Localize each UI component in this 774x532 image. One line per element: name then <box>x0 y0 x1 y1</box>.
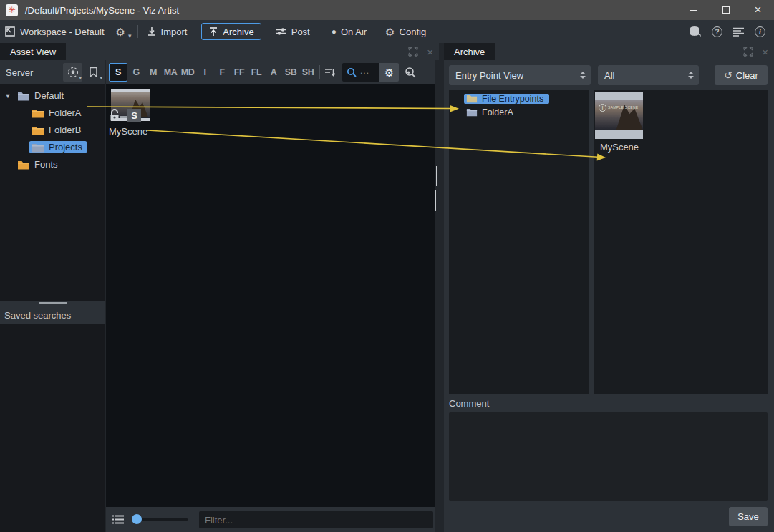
main-toolbar: Workspace - Default ⚙ ▾ Import Archive <box>0 20 774 43</box>
scene-logo-icon: I <box>599 104 606 112</box>
clear-undo-icon: ↺ <box>724 70 732 80</box>
expand-panel-icon[interactable] <box>743 47 753 57</box>
clear-button[interactable]: ↺ Clear <box>715 65 768 85</box>
type-filter-i[interactable]: I <box>196 67 213 77</box>
asset-grid[interactable]: S MyScene <box>106 84 435 507</box>
smart-view-button[interactable]: ▾ <box>63 63 82 82</box>
tree-item-default[interactable]: ▼ Default <box>3 87 64 104</box>
tree-item-projects-selected[interactable]: Projects <box>29 139 87 155</box>
scene-type-badge: S <box>127 109 141 122</box>
type-filter-md[interactable]: MD <box>179 67 196 77</box>
panel-splitter-handle[interactable] <box>435 190 436 211</box>
archive-asset-name-label: MyScene <box>594 142 645 153</box>
type-filter-s[interactable]: S <box>109 63 127 82</box>
post-label: Post <box>291 26 310 37</box>
post-button[interactable]: Post <box>269 20 317 43</box>
folder-icon <box>17 91 30 101</box>
type-filter-sb[interactable]: SB <box>282 67 299 77</box>
gear-icon: ⚙ <box>384 67 394 78</box>
info-icon: i <box>759 28 761 36</box>
maximize-icon <box>722 6 730 14</box>
slider-knob[interactable] <box>132 514 142 524</box>
log-lines-icon[interactable] <box>732 26 745 37</box>
config-button[interactable]: ⚙ Config <box>378 20 433 43</box>
type-filter-sh[interactable]: SH <box>299 67 316 77</box>
type-filter-select[interactable]: All <box>598 65 699 85</box>
key-icon <box>120 116 127 118</box>
star-refresh-icon <box>67 66 79 79</box>
type-filter-f[interactable]: F <box>213 67 231 77</box>
tree-item-folderb[interactable]: FolderB <box>32 122 82 138</box>
asset-type-toolbar: S G M MA MD I F FF FL A SB SH <box>106 60 435 84</box>
expand-panel-icon[interactable] <box>408 47 418 57</box>
type-filter-a[interactable]: A <box>265 67 282 77</box>
on-air-button[interactable]: ● On Air <box>324 20 374 43</box>
search-field[interactable]: ... <box>342 63 379 82</box>
bookmark-button[interactable]: ▾ <box>84 63 103 82</box>
tab-asset-view[interactable]: Asset View <box>0 43 66 60</box>
tree-item-fonts[interactable]: Fonts <box>17 156 58 173</box>
saved-searches-panel[interactable] <box>0 324 105 532</box>
tree-item-label: FolderA <box>49 107 82 118</box>
viz-artist-window: ✳ /Default/Projects/MyScene - Viz Artist… <box>0 0 774 532</box>
type-filter-value: All <box>604 70 682 81</box>
asset-name-label: MyScene <box>109 126 147 137</box>
comment-textarea[interactable] <box>449 412 768 501</box>
close-icon: × <box>755 3 762 17</box>
view-mode-value: Entry Point View <box>455 70 574 81</box>
app-logo-icon: ✳ <box>6 4 18 16</box>
sort-order-icon[interactable] <box>324 67 337 77</box>
import-icon <box>147 26 157 37</box>
title-bar: ✳ /Default/Projects/MyScene - Viz Artist… <box>0 0 774 20</box>
search-icon <box>347 67 357 78</box>
archive-panel: Archive × Entry Point View All <box>444 43 774 532</box>
close-button[interactable]: × <box>742 0 774 20</box>
clear-label: Clear <box>736 70 758 81</box>
database-icon[interactable] <box>689 26 702 37</box>
folder-icon <box>17 160 30 170</box>
archive-tree[interactable]: File Entrypoints FolderA <box>449 90 589 394</box>
spinner-arrows-icon <box>574 65 591 85</box>
info-button[interactable]: i <box>755 26 765 37</box>
archive-content[interactable]: I SAMPLE SCENE MyScene <box>594 90 768 394</box>
help-button[interactable]: ? <box>712 26 722 37</box>
type-filter-m[interactable]: M <box>145 67 162 77</box>
archive-tree-item-entrypoints-selected[interactable]: File Entrypoints <box>464 92 549 105</box>
thumbnail-size-slider[interactable] <box>132 518 188 521</box>
filter-input[interactable] <box>199 511 433 528</box>
type-filter-g[interactable]: G <box>127 67 145 77</box>
minimize-button[interactable] <box>677 0 710 20</box>
type-filter-fl[interactable]: FL <box>248 67 265 77</box>
search-settings-button[interactable]: ⚙ <box>379 63 399 82</box>
sidebar-splitter-handle[interactable] <box>39 302 67 304</box>
server-header: Server ▾ ▾ <box>0 60 105 84</box>
workspace-settings-button[interactable]: ⚙ ▾ <box>112 20 136 43</box>
asset-browser: S G M MA MD I F FF FL A SB SH <box>106 60 435 532</box>
import-button[interactable]: Import <box>140 20 195 43</box>
spinner-arrows-icon <box>682 65 699 85</box>
close-panel-icon[interactable]: × <box>762 47 768 57</box>
server-sidebar: Server ▾ ▾ <box>0 60 105 532</box>
config-gear-icon: ⚙ <box>385 26 395 37</box>
type-filter-ff[interactable]: FF <box>231 67 248 77</box>
on-air-label: On Air <box>341 26 367 37</box>
saved-searches-header: Saved searches <box>0 306 105 324</box>
archive-button-active[interactable]: Archive <box>201 23 261 40</box>
advanced-search-icon[interactable] <box>405 67 417 79</box>
close-panel-icon[interactable]: × <box>427 47 433 57</box>
list-view-icon[interactable] <box>112 514 125 525</box>
panel-splitter-handle[interactable] <box>436 166 437 186</box>
import-label: Import <box>161 26 188 37</box>
archive-tree-item-foldera[interactable]: FolderA <box>466 105 513 119</box>
search-more-label: ... <box>360 66 369 79</box>
workspace-button[interactable]: Workspace - Default <box>0 20 112 43</box>
type-filter-ma[interactable]: MA <box>162 67 179 77</box>
tree-expander-icon[interactable]: ▼ <box>3 92 13 100</box>
archive-icon <box>208 26 218 37</box>
archive-filter-row: Entry Point View All ↺ Clear <box>444 63 774 90</box>
tree-item-foldera[interactable]: FolderA <box>32 105 82 121</box>
maximize-button[interactable] <box>710 0 742 20</box>
save-button[interactable]: Save <box>729 507 768 526</box>
view-mode-select[interactable]: Entry Point View <box>449 65 591 85</box>
tab-archive[interactable]: Archive <box>444 43 495 60</box>
